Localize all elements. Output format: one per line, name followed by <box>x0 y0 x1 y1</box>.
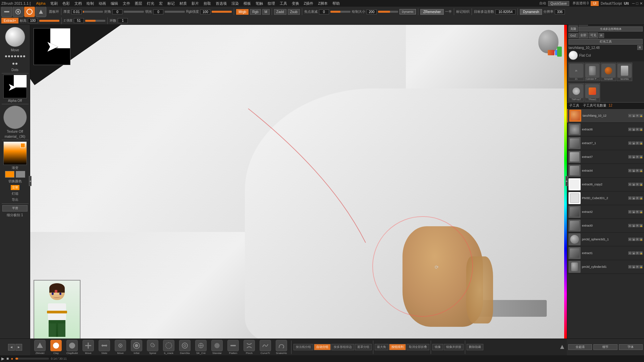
bottom-tool-claybuild[interactable]: ClayBuild <box>64 340 80 355</box>
bottom-tool-damsta[interactable]: DamSta <box>177 340 193 355</box>
bottom-tool-pinch[interactable]: Pinch <box>241 340 257 355</box>
brush-preview[interactable] <box>5 27 25 47</box>
tool-thumb-cylinder[interactable]: Cylinder PolyMe <box>585 63 600 81</box>
visible-button[interactable]: 可见 <box>589 33 598 38</box>
menu-macro[interactable]: 宏 <box>157 1 165 6</box>
all-button[interactable]: 全部 <box>579 33 588 38</box>
zsub-button[interactable]: Zsub <box>288 9 300 15</box>
canvas-background[interactable]: ⟳ ➤ <box>30 25 567 344</box>
menu-edit[interactable]: 编辑 <box>109 1 120 6</box>
menu-doc[interactable]: 文档 <box>72 1 84 6</box>
full-detail-bottom-btn[interactable]: 全超清 <box>568 344 592 350</box>
sub-tool-cylinder[interactable]: pm3d_cylinder3d1 ●◉👁🔒 <box>567 260 644 274</box>
close-icon[interactable]: ✕ <box>640 1 643 6</box>
menu-material[interactable]: 材质 <box>177 1 189 6</box>
menu-render[interactable]: 渲染 <box>229 1 241 6</box>
max-angle-btn[interactable]: 最大角 <box>375 344 388 350</box>
subdiv-label[interactable]: 细分极别 1 <box>7 213 23 218</box>
menu-alpha[interactable]: Alpha <box>34 1 47 6</box>
stop-button[interactable]: ■ <box>6 356 9 361</box>
auto-group-btn[interactable]: 自动分组 <box>314 344 331 350</box>
resolution-value[interactable]: 336 <box>555 9 565 14</box>
menu-template[interactable]: 模板 <box>241 1 253 6</box>
delete-hidden-btn[interactable]: 删除隐藏 <box>467 344 483 350</box>
status-progress[interactable] <box>15 358 49 360</box>
smooth-button[interactable]: 平滑 <box>2 205 28 212</box>
bg-color-swatch[interactable] <box>16 171 25 178</box>
mrgb-button[interactable]: Mrgb <box>236 9 249 15</box>
avoid-btn[interactable]: 遮罩分组 <box>355 344 372 350</box>
sub-tool-extract0[interactable]: extract0 ●◉👁🔒 <box>567 219 644 233</box>
tool-thumb-simpleb[interactable]: SimpleB <box>601 63 616 81</box>
sub-tool-cube[interactable]: PM3D_Cube3D1_2 ●◉👁🔒 <box>567 191 644 205</box>
tool-thumb-tmpolyt[interactable]: TMPolyT <box>569 83 584 102</box>
sub-tool-tanzhilang[interactable]: tanzhilang_10_12 ●◉👁🔒 <box>567 109 644 123</box>
expand-right-btn[interactable]: ► <box>15 344 22 351</box>
dynamic-button[interactable]: Dynamic <box>399 9 416 14</box>
sub-tool-extract7[interactable]: extract7 ●◉👁🔒 <box>567 150 644 164</box>
zremesher-button[interactable]: ZRemesher <box>420 9 444 15</box>
play-button[interactable]: ▶ <box>1 356 4 361</box>
sub-tool-extract6-copy2[interactable]: extract6_copy2 ●◉👁🔒 <box>567 178 644 191</box>
bottom-tool-standar[interactable]: Standar <box>209 340 225 355</box>
expand-left-btn[interactable]: ◄ <box>8 344 15 351</box>
r2-button[interactable]: R <box>637 45 643 50</box>
menu-movie[interactable]: 影片 <box>190 1 201 6</box>
cancel-all-btn[interactable]: 取消全部折叠 <box>407 344 429 350</box>
bottom-tool-spiral[interactable]: Spiral <box>145 340 160 355</box>
mirror-merge-btn[interactable]: 镜像并拼接 <box>444 344 464 350</box>
按法线分组-btn[interactable]: 按法线分组 <box>293 344 313 350</box>
menu-layer[interactable]: 图层 <box>133 1 144 6</box>
menu-stroke[interactable]: 笔触 <box>254 1 265 6</box>
sub-tool-extract4[interactable]: extract4 ●◉👁🔒 <box>567 164 644 178</box>
bottom-tool-flatten[interactable]: Flatten <box>225 340 241 355</box>
menu-color[interactable]: 色彩 <box>60 1 72 6</box>
menu-marker[interactable]: 标记 <box>165 1 177 6</box>
mirror-btn[interactable]: 镜像 <box>432 344 443 350</box>
right-panel-collapse[interactable]: ► <box>566 176 568 186</box>
brush-tool-1[interactable] <box>1 6 12 17</box>
menu-tool[interactable]: 工具 <box>278 1 289 6</box>
exchange-button[interactable]: 交替 <box>11 185 19 190</box>
menu-draw[interactable]: 绘制 <box>85 1 96 6</box>
brush-tool-3[interactable] <box>24 6 35 17</box>
tilt-value[interactable]: 0 <box>112 9 122 14</box>
ring-count-value[interactable]: 1 <box>118 18 128 23</box>
tool-thumb-tanzhila[interactable]: tanzhila <box>617 63 632 81</box>
sub-tool-extract7-1[interactable]: extract7_1 ●◉👁🔒 <box>567 136 644 150</box>
multi-poly-btn[interactable]: 按多形组排边 <box>331 344 354 350</box>
light-tool-button[interactable]: 灯光工具 <box>569 39 643 45</box>
bottom-tool-inflat[interactable]: Inflat <box>129 340 144 355</box>
scale-value[interactable]: 100 <box>28 18 38 23</box>
lamp-label[interactable]: 灯箱 <box>12 191 18 196</box>
light-value[interactable]: 0 <box>153 9 163 14</box>
maximize-icon[interactable]: □ <box>636 1 638 6</box>
m-button[interactable]: M <box>262 9 270 15</box>
bottom-tool-zmodel[interactable]: ZModel <box>32 340 48 355</box>
font-bottom-btn[interactable]: 字体 <box>619 344 643 350</box>
bottom-tool-move[interactable]: Move <box>113 340 128 355</box>
bottom-tool-curvet[interactable]: CurveTr <box>258 340 273 355</box>
detail-bottom-btn[interactable]: 细节 <box>593 344 617 350</box>
menu-zscript[interactable]: Z脚本 <box>316 1 330 6</box>
extract-button[interactable]: Extract+ <box>1 18 18 23</box>
menu-zplugin[interactable]: Z插件 <box>302 1 316 6</box>
record-button[interactable]: ● <box>11 356 13 361</box>
menu-file[interactable]: 文件 <box>121 1 132 6</box>
rgb-intensity-value[interactable]: 100 <box>200 9 210 14</box>
sub-tool-extract2[interactable]: extract2 ●◉👁🔒 <box>567 205 644 219</box>
group-ctrl-btn[interactable]: 按组排列 <box>389 344 406 350</box>
z-strength-value[interactable]: 51 <box>74 18 84 23</box>
minimize-icon[interactable]: ─ <box>632 1 635 6</box>
gen-mesh-button[interactable]: 生成多边形网格体 <box>579 26 643 32</box>
rgb-button[interactable]: Rgb <box>250 9 261 15</box>
bottom-tool-snakehook[interactable]: SnakeHo <box>274 340 289 355</box>
tool-thumb-21[interactable]: 21 21 <box>569 63 584 81</box>
alpha-preview[interactable]: ➤ <box>3 75 27 98</box>
quicksave-button[interactable]: QuickSave <box>548 1 569 6</box>
focal-value[interactable]: 0 <box>319 9 329 14</box>
left-panel-collapse[interactable]: ◄ <box>29 176 32 186</box>
zadd-button[interactable]: Zadd <box>274 9 286 15</box>
texture-preview[interactable] <box>3 106 27 129</box>
target-poly-value[interactable]: 10.82054 <box>495 9 516 14</box>
